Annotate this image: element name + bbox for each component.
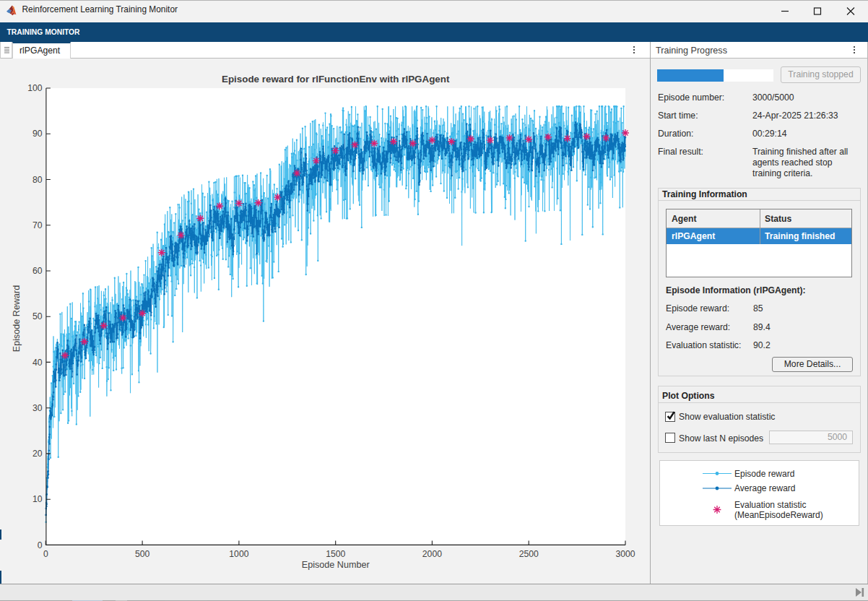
svg-text:0: 0 (38, 540, 43, 550)
svg-text:1500: 1500 (326, 549, 345, 559)
svg-text:10: 10 (32, 494, 43, 504)
svg-text:Episode Number: Episode Number (302, 560, 370, 570)
svg-text:50: 50 (32, 311, 43, 321)
svg-text:0: 0 (43, 549, 48, 559)
svg-text:Episode reward for rlFunctionE: Episode reward for rlFunctionEnv with rl… (222, 74, 450, 85)
svg-text:Episode Reward: Episode Reward (12, 285, 22, 352)
svg-text:30: 30 (32, 403, 43, 413)
svg-text:20: 20 (32, 449, 43, 459)
svg-text:1000: 1000 (229, 549, 248, 559)
svg-text:500: 500 (135, 549, 150, 559)
svg-text:2000: 2000 (422, 549, 442, 559)
svg-text:70: 70 (32, 220, 43, 230)
svg-text:100: 100 (27, 83, 43, 93)
svg-text:80: 80 (32, 175, 43, 185)
svg-text:40: 40 (32, 358, 43, 368)
svg-text:60: 60 (32, 266, 43, 276)
svg-text:90: 90 (32, 129, 43, 139)
svg-text:2500: 2500 (519, 549, 539, 559)
svg-text:3000: 3000 (615, 549, 635, 559)
